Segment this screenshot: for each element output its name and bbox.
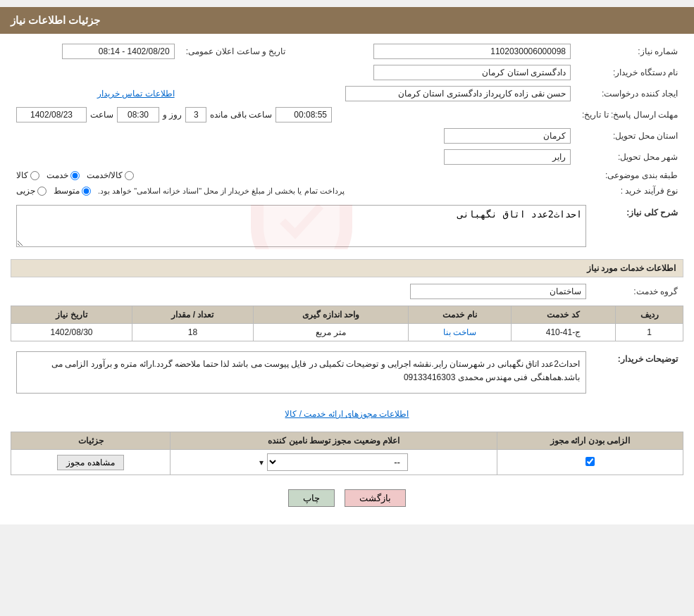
nam-dastgah-field: دادگستری استان کرمان bbox=[373, 65, 571, 80]
tabaqe-label: طبقه بندی موضوعی: bbox=[576, 168, 683, 183]
row-count: 18 bbox=[132, 324, 254, 341]
remaining-time: 00:08:55 bbox=[275, 107, 332, 122]
noe-farayand-value: پرداخت تمام یا بخشی از مبلغ خریدار از مح… bbox=[11, 183, 576, 199]
shahr-label: شهر محل تحویل: bbox=[576, 146, 683, 168]
print-button[interactable]: چاپ bbox=[288, 489, 335, 507]
tarikh-field: 1402/08/20 - 08:14 bbox=[62, 44, 175, 59]
time-value: 08:30 bbox=[117, 107, 159, 122]
tawzih-content: احداث2عدد اتاق نگهبانی در شهرستان رایر.ن… bbox=[11, 348, 592, 396]
ejad-value: حسن نقی زاده کارپرداز دادگستری استان کرم… bbox=[180, 83, 576, 104]
noe-farayand-label: نوع فرآیند خرید : bbox=[576, 183, 683, 199]
tarikh-value: 1402/08/20 - 08:14 bbox=[11, 41, 180, 62]
services-table: ردیف کد خدمت نام خدمت واحد اندازه گیری ت… bbox=[11, 306, 683, 341]
permit-detail-cell: مشاهده مجوز bbox=[11, 450, 171, 475]
col-code: کد خدمت bbox=[511, 306, 615, 324]
sharh-content bbox=[11, 202, 592, 252]
sharh-table: شرح کلی نیاز: bbox=[11, 202, 683, 252]
radio-jozii-label: جزیی bbox=[16, 186, 35, 196]
shahr-field: رایر bbox=[444, 149, 571, 165]
row-date: 1402/08/30 bbox=[11, 324, 132, 341]
group-label: گروه خدمت: bbox=[592, 281, 683, 302]
row-name[interactable]: ساخت بنا bbox=[409, 324, 512, 341]
nam-dastgah-value: دادگستری استان کرمان bbox=[11, 62, 576, 83]
radio-kala-khedmat[interactable]: کالا/خدمت bbox=[87, 170, 134, 180]
page-title: جزئیات اطلاعات نیاز bbox=[11, 14, 100, 26]
ostan-field: کرمان bbox=[444, 128, 571, 144]
group-value: ساختمان bbox=[11, 281, 592, 302]
permit-table: الزامی بودن ارائه مجوز اعلام وضعیت مجوز … bbox=[11, 432, 683, 475]
radio-jozii[interactable]: جزیی bbox=[16, 186, 47, 196]
days-value: 3 bbox=[185, 107, 206, 122]
mohlat-label: مهلت ارسال پاسخ: تا تاریخ: bbox=[576, 104, 683, 125]
col-count: تعداد / مقدار bbox=[132, 306, 254, 324]
tarikh-label: تاریخ و ساعت اعلان عمومی: bbox=[180, 41, 292, 62]
radio-kala[interactable]: کالا bbox=[16, 170, 39, 180]
ejad-field: حسن نقی زاده کارپرداز دادگستری استان کرم… bbox=[345, 86, 571, 101]
col-date: تاریخ نیاز bbox=[11, 306, 132, 324]
days-label: روز و bbox=[163, 110, 182, 120]
radio-mottavasset[interactable]: متوسط bbox=[54, 186, 91, 196]
mojoz-link[interactable]: اطلاعات مجوزهای ارائه خدمت / کالا bbox=[11, 406, 683, 422]
permit-col-required: الزامی بودن ارائه مجوز bbox=[497, 432, 683, 450]
main-info-table: شماره نیاز: 1102030006000098 تاریخ و ساع… bbox=[11, 41, 683, 199]
nam-dastgah-label: نام دستگاه خریدار: bbox=[576, 62, 683, 83]
permit-required-checkbox[interactable] bbox=[585, 457, 595, 466]
back-button[interactable]: بازگشت bbox=[345, 489, 406, 507]
page-header: جزئیات اطلاعات نیاز bbox=[0, 7, 694, 34]
col-name: نام خدمت bbox=[409, 306, 512, 324]
sharh-textarea[interactable] bbox=[16, 205, 586, 247]
radio-khedmat[interactable]: خدمت bbox=[47, 170, 80, 180]
main-content: شماره نیاز: 1102030006000098 تاریخ و ساع… bbox=[0, 34, 694, 524]
row-radif: 1 bbox=[616, 324, 683, 341]
radio-kala-label: کالا bbox=[16, 170, 28, 180]
ejad-link-cell: اطلاعات تماس خریدار bbox=[11, 83, 180, 104]
page-wrapper: جزئیات اطلاعات نیاز شماره نیاز: 11020300… bbox=[0, 7, 694, 524]
permit-status-select[interactable]: -- bbox=[267, 453, 408, 471]
tawzih-label: توضیحات خریدار: bbox=[592, 348, 683, 396]
noe-farayand-note: پرداخت تمام یا بخشی از مبلغ خریدار از مح… bbox=[98, 187, 345, 196]
shahr-value: رایر bbox=[11, 146, 576, 168]
chevron-down-icon: ▾ bbox=[259, 458, 264, 467]
permit-required-cell bbox=[497, 450, 683, 475]
ostan-value: کرمان bbox=[11, 125, 576, 146]
date-value: 1402/08/23 bbox=[16, 107, 87, 122]
col-radif: ردیف bbox=[616, 306, 683, 324]
tabaqe-radios: کالا/خدمت خدمت کالا bbox=[11, 168, 576, 183]
ejad-label: ایجاد کننده درخواست: bbox=[576, 83, 683, 104]
row-unit: متر مربع bbox=[253, 324, 408, 341]
ostan-label: استان محل تحویل: bbox=[576, 125, 683, 146]
shomare-niaz-value: 1102030006000098 bbox=[291, 41, 576, 62]
khadamat-section-title: اطلاعات خدمات مورد نیاز bbox=[11, 259, 683, 277]
shomare-niaz-field: 1102030006000098 bbox=[373, 44, 571, 59]
radio-khedmat-label: خدمت bbox=[47, 170, 68, 180]
radio-kala-khedmat-label: کالا/خدمت bbox=[87, 170, 123, 180]
bottom-buttons: بازگشت چاپ bbox=[11, 479, 683, 517]
time-label: ساعت bbox=[90, 110, 113, 120]
service-row-1: 1 ج-41-410 ساخت بنا متر مربع 18 1402/08/… bbox=[11, 324, 683, 341]
mohlat-value: 00:08:55 ساعت باقی مانده 3 روز و 08:30 س… bbox=[11, 104, 576, 125]
group-table: گروه خدمت: ساختمان bbox=[11, 281, 683, 302]
col-unit: واحد اندازه گیری bbox=[253, 306, 408, 324]
group-field: ساختمان bbox=[410, 284, 586, 299]
view-permit-button[interactable]: مشاهده مجوز bbox=[57, 455, 123, 470]
radio-mottavasset-label: متوسط bbox=[54, 186, 80, 196]
contact-info-link[interactable]: اطلاعات تماس خریدار bbox=[97, 89, 175, 99]
sharh-section: شرح کلی نیاز: bbox=[11, 202, 683, 252]
permit-col-detail: جزئیات bbox=[11, 432, 171, 450]
tawzih-table: توضیحات خریدار: احداث2عدد اتاق نگهبانی د… bbox=[11, 348, 683, 396]
permit-status-cell: -- ▾ bbox=[171, 450, 497, 475]
permit-row-1: -- ▾ مشاهده مجوز bbox=[11, 450, 683, 475]
sharh-label: شرح کلی نیاز: bbox=[592, 202, 683, 252]
row-code: ج-41-410 bbox=[511, 324, 615, 341]
shomare-niaz-label: شماره نیاز: bbox=[576, 41, 683, 62]
permit-col-status: اعلام وضعیت مجوز توسط نامین کننده bbox=[171, 432, 497, 450]
tawzih-box: احداث2عدد اتاق نگهبانی در شهرستان رایر.ن… bbox=[16, 351, 586, 394]
remaining-label: ساعت باقی مانده bbox=[210, 110, 272, 120]
